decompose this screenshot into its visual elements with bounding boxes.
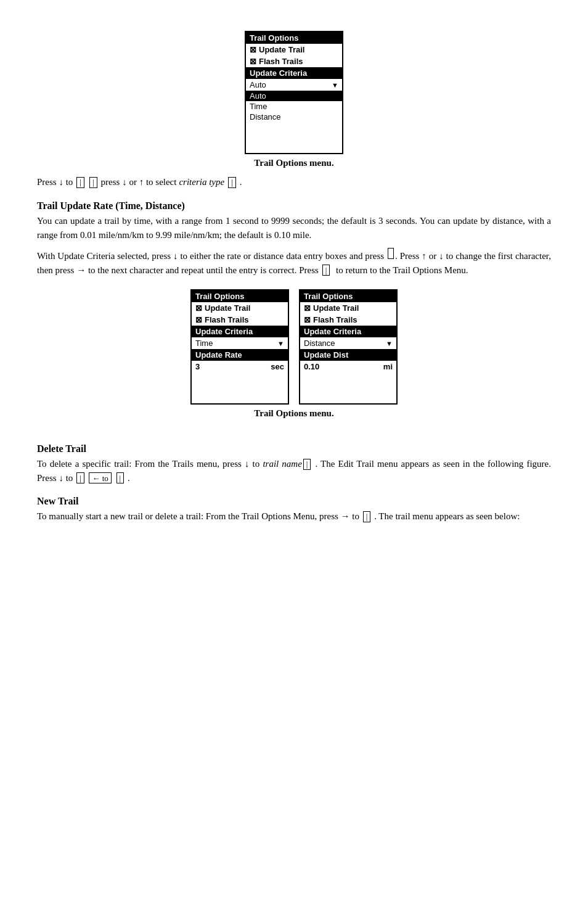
trail-update-rate-heading: Trail Update Rate (Time, Distance) [37,200,551,212]
time-update-trail-item[interactable]: Update Trail [192,302,288,314]
update-trail-item[interactable]: Update Trail [246,44,342,56]
time-dropdown-arrow: ▼ [277,340,284,347]
delete-pipe1: | [76,472,84,483]
dist-dropdown[interactable]: Distance ▼ [300,337,396,349]
dropdown-auto[interactable]: Auto ▼ [246,79,342,91]
dist-update-trail-label: Update Trail [313,303,359,313]
menu-pair: Trail Options Update Trail Flash Trails … [37,289,551,405]
time-menu: Trail Options Update Trail Flash Trails … [190,289,289,405]
criteria-type-italic: criteria type [179,175,224,189]
trail-update-rate-para1: You can update a trail by time, with a r… [37,214,551,242]
new-trail-middle: . The trail menu appears as seen below: [374,511,520,521]
dist-update-criteria-header: Update Criteria [300,326,396,337]
dot: . [240,175,242,189]
dist-flash-trails-label: Flash Trails [313,315,357,324]
time-dropdown[interactable]: Time ▼ [192,337,288,349]
time-update-trail-label: Update Trail [205,303,250,313]
dist-dropdown-value: Distance [304,339,335,348]
dropdown-value: Auto [250,80,266,89]
dist-update-trail-item[interactable]: Update Trail [300,302,396,314]
time-rate-row: 3 sec [192,361,288,372]
time-flash-trails-item[interactable]: Flash Trails [192,314,288,326]
new-trail-pipe1: | [363,511,371,522]
press-down-line: Press ↓ to | | press ↓ or ↑ to select cr… [37,175,551,189]
time-rate-unit: sec [271,362,284,371]
press-down-text: Press ↓ to [37,175,73,189]
delete-dot: . [128,473,130,483]
distance-menu: Trail Options Update Trail Flash Trails … [299,289,398,405]
pipe2: | [89,177,97,188]
dist-rate-unit: mi [383,362,393,371]
trail-update-rate-para2: With Update Criteria selected, press ↓ t… [37,248,551,277]
top-caption: Trail Options menu. [37,158,551,168]
update-trail-label: Update Trail [259,45,304,54]
time-menu-title: Trail Options [192,290,288,302]
delete-pipe3: | [116,472,125,483]
top-menu-container: Trail Options Update Trail Flash Trails … [37,31,551,154]
page-content: Trail Options Update Trail Flash Trails … [37,31,551,524]
new-trail-para: To manually start a new trail or delete … [37,509,551,524]
dist-menu-title: Trail Options [300,290,396,302]
list-item-time[interactable]: Time [246,101,342,112]
bottom-caption: Trail Options menu. [37,408,551,419]
dist-rate-label: Update Dist [300,349,396,361]
flash-trails-label: Flash Trails [259,57,303,66]
dropdown-arrow: ▼ [332,81,338,89]
trail-name-pipe: | [303,459,311,470]
enter-pipe [388,248,394,259]
menu-title: Trail Options [246,32,342,44]
trail-name-italic: trail name [263,459,301,469]
top-trail-options-menu: Trail Options Update Trail Flash Trails … [245,31,343,154]
time-rate-value: 3 [195,362,200,371]
time-rate-label: Update Rate [192,349,288,361]
delete-trail-heading: Delete Trail [37,443,551,454]
return-pipe: | [322,265,330,276]
new-trail-heading: New Trail [37,496,551,507]
update-criteria-header: Update Criteria [246,67,342,79]
list-item-auto[interactable]: Auto [246,91,342,101]
dist-rate-value: 0.10 [304,362,319,371]
press-select-text: press ↓ or ↑ to select [101,175,177,189]
time-dropdown-value: Time [195,339,213,348]
time-update-criteria-header: Update Criteria [192,326,288,337]
flash-trails-item[interactable]: Flash Trails [246,56,342,67]
pipe3: | [228,177,236,188]
time-flash-trails-label: Flash Trails [205,315,249,324]
delete-trail-para: To delete a specific trail: From the Tra… [37,457,551,485]
list-item-distance[interactable]: Distance [246,112,342,122]
dist-rate-row: 0.10 mi [300,361,396,372]
delete-pipe2: ← to [89,472,111,483]
dist-flash-trails-item[interactable]: Flash Trails [300,314,396,326]
pipe1: | [76,177,84,188]
dist-dropdown-arrow: ▼ [386,340,393,347]
